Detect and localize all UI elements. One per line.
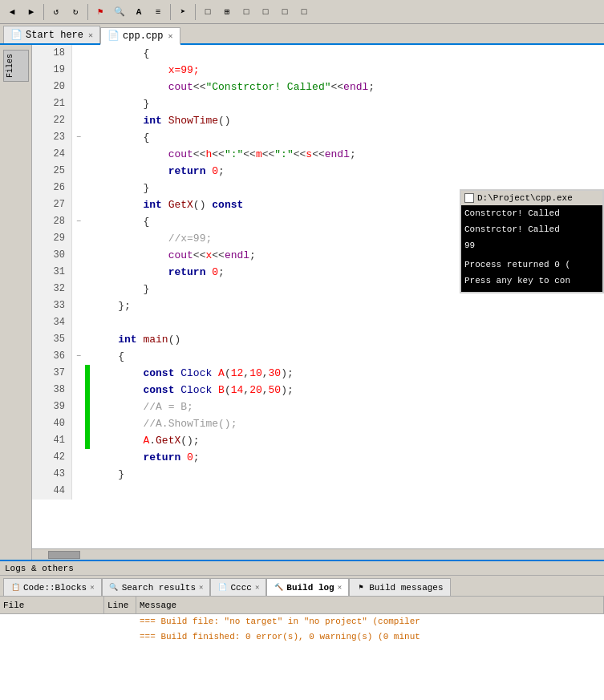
toolbar-search[interactable]: 🔍 — [111, 3, 128, 21]
output-content: Constrctor! Called Constrctor! Called 99… — [461, 205, 602, 289]
tab-cccc[interactable]: 📄 Cccc ✕ — [210, 578, 266, 596]
code-text-36: { — [90, 348, 604, 365]
code-text-39: //A = B; — [90, 399, 604, 415]
log-row-2-text: === Build finished: 0 error(s), 0 warnin… — [140, 632, 420, 641]
code-text-33: }; — [90, 297, 604, 314]
tab-start-here-icon: 📄 — [10, 29, 22, 41]
code-line-19: 19 x=99; — [32, 62, 604, 79]
editor-scrollbar-thumb[interactable] — [48, 551, 80, 559]
fold-empty-30 — [72, 247, 85, 264]
fold-empty-34 — [72, 314, 85, 331]
line-num-19: 19 — [32, 62, 72, 79]
tab-build-messages[interactable]: ⚑ Build messages — [349, 578, 450, 596]
toolbar: ◀ ▶ ↺ ↻ ⚑ 🔍 A ≡ ➤ □ ⊞ □ □ □ □ — [0, 0, 604, 24]
codeblocks-icon: 📋 — [10, 583, 20, 593]
code-line-20: 20 cout<<"Constrctor! Called"<<endl; — [32, 79, 604, 95]
code-text-24: cout<<h<<":"<<m<<":"<<s<<endl; — [90, 146, 604, 163]
code-line-36: 36 − { — [32, 348, 604, 365]
main-area: Files 18 { 19 x=99; 20 — [0, 45, 604, 560]
line-num-36: 36 — [32, 348, 72, 365]
output-window: D:\Project\cpp.exe Constrctor! Called Co… — [460, 189, 604, 293]
tab-start-here[interactable]: 📄 Start here ✕ — [3, 26, 100, 43]
code-text-44 — [90, 483, 604, 500]
toolbar-window2[interactable]: ⊞ — [218, 3, 236, 21]
toolbar-forward[interactable]: ▶ — [22, 3, 40, 21]
fold-btn-28[interactable]: − — [72, 213, 85, 230]
toolbar-window5[interactable]: □ — [276, 3, 294, 21]
code-text-20: cout<<"Constrctor! Called"<<endl; — [90, 79, 604, 95]
toolbar-redo[interactable]: ↻ — [67, 3, 84, 21]
code-line-24: 24 cout<<h<<":"<<m<<":"<<s<<endl; — [32, 146, 604, 163]
toolbar-window6[interactable]: □ — [295, 3, 313, 21]
output-line-5: Process returned 0 ( — [461, 257, 602, 273]
line-num-27: 27 — [32, 196, 72, 213]
line-num-24: 24 — [32, 146, 72, 163]
col-message-header: Message — [136, 597, 604, 613]
build-messages-icon: ⚑ — [356, 583, 366, 593]
line-num-40: 40 — [32, 415, 72, 432]
fold-empty-33 — [72, 297, 85, 314]
line-num-29: 29 — [32, 230, 72, 247]
code-line-33: 33 }; — [32, 297, 604, 314]
search-results-icon: 🔍 — [109, 583, 119, 593]
code-line-42: 42 return 0; — [32, 449, 604, 466]
fold-empty-27 — [72, 196, 85, 213]
code-text-22: int ShowTime() — [90, 112, 604, 129]
code-line-34: 34 — [32, 314, 604, 331]
line-num-44: 44 — [32, 483, 72, 500]
toolbar-highlight[interactable]: ⚑ — [91, 3, 109, 21]
tab-build-log-close[interactable]: ✕ — [338, 583, 342, 592]
code-line-35: 35 int main() — [32, 331, 604, 348]
code-text-37: const Clock A(12,10,30); — [90, 365, 604, 382]
logs-others-label: Logs & others — [5, 564, 74, 573]
toolbar-back[interactable]: ◀ — [3, 3, 21, 21]
toolbar-run[interactable]: ➤ — [174, 3, 192, 21]
fold-empty-26 — [72, 180, 85, 196]
toolbar-window4[interactable]: □ — [257, 3, 274, 21]
fold-empty-21 — [72, 95, 85, 112]
tab-cpp-cpp-close[interactable]: ✕ — [168, 31, 172, 41]
toolbar-sep-3 — [170, 4, 171, 20]
tab-cpp-cpp[interactable]: 📄 cpp.cpp ✕ — [100, 27, 180, 45]
fold-btn-23[interactable]: − — [72, 129, 85, 146]
toolbar-menu[interactable]: ≡ — [149, 3, 167, 21]
code-editor[interactable]: 18 { 19 x=99; 20 cout<<"Constr — [32, 45, 604, 560]
line-num-42: 42 — [32, 449, 72, 466]
tab-codeblocks-label: Code::Blocks — [23, 583, 87, 593]
tab-search-results-close[interactable]: ✕ — [199, 583, 203, 592]
tab-search-results[interactable]: 🔍 Search results ✕ — [102, 578, 211, 596]
code-line-43: 43 } — [32, 466, 604, 483]
log-row-2-file — [3, 629, 107, 645]
log-row-2-line — [107, 629, 140, 645]
toolbar-window3[interactable]: □ — [237, 3, 255, 21]
tab-build-log[interactable]: 🔨 Build log ✕ — [266, 578, 349, 596]
line-num-23: 23 — [32, 129, 72, 146]
fold-empty-18 — [72, 45, 85, 62]
files-sidebar: Files — [0, 45, 32, 560]
code-line-44: 44 — [32, 483, 604, 500]
files-toggle-button[interactable]: Files — [3, 50, 29, 82]
line-num-35: 35 — [32, 331, 72, 348]
bottom-tab-bar: 📋 Code::Blocks ✕ 🔍 Search results ✕ 📄 Cc… — [0, 576, 604, 597]
output-line-3: 99 — [461, 237, 602, 253]
tab-start-here-close[interactable]: ✕ — [88, 30, 93, 40]
fold-empty-40 — [72, 415, 85, 432]
fold-empty-22 — [72, 112, 85, 129]
tab-codeblocks-close[interactable]: ✕ — [90, 583, 94, 592]
toolbar-sep-1 — [43, 4, 44, 20]
tab-build-messages-label: Build messages — [369, 583, 443, 593]
toolbar-window1[interactable]: □ — [199, 3, 217, 21]
tab-cccc-close[interactable]: ✕ — [255, 583, 259, 592]
tab-cpp-cpp-icon: 📄 — [107, 30, 120, 42]
tab-codeblocks[interactable]: 📋 Code::Blocks ✕ — [3, 578, 102, 596]
code-line-38: 38 const Clock B(14,20,50); — [32, 382, 604, 399]
line-num-33: 33 — [32, 297, 72, 314]
fold-empty-37 — [72, 365, 85, 382]
output-line-6: Press any key to con — [461, 273, 602, 289]
line-num-20: 20 — [32, 79, 72, 95]
editor-scrollbar-h[interactable] — [32, 548, 604, 560]
line-num-39: 39 — [32, 399, 72, 415]
toolbar-font[interactable]: A — [130, 3, 148, 21]
fold-btn-36[interactable]: − — [72, 348, 85, 365]
toolbar-undo[interactable]: ↺ — [47, 3, 65, 21]
